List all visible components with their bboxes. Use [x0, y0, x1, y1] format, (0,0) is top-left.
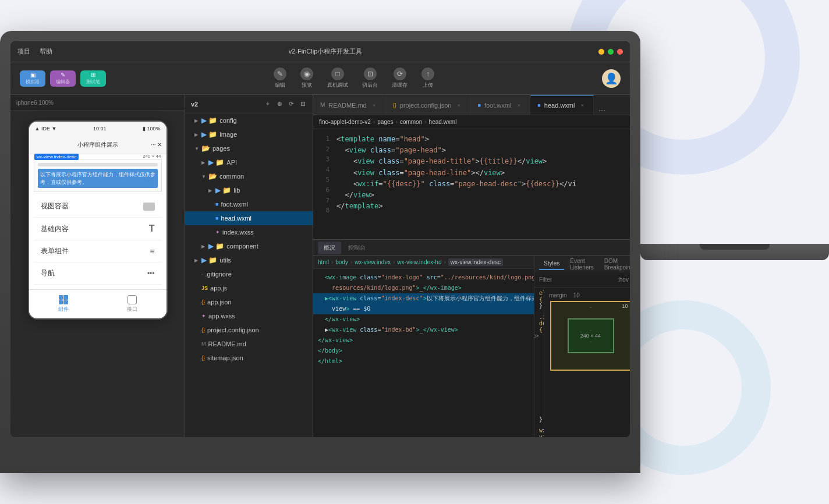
breadcrumb-file[interactable]: head.wxml [429, 119, 457, 125]
dom-bc-body[interactable]: body [335, 259, 348, 265]
phone-menu-basic[interactable]: 基础内容 T [34, 218, 162, 240]
new-folder-button[interactable]: ⊕ [275, 100, 284, 108]
tree-head-wxml[interactable]: ■ head.wxml [185, 211, 313, 225]
readme-tab-close[interactable]: × [370, 101, 378, 109]
tab-head-wxml[interactable]: ■ head.wxml × [530, 95, 594, 115]
tree-readme[interactable]: M README.md [185, 337, 313, 351]
foot-tab-icon: ■ [477, 102, 480, 108]
minimize-button[interactable] [598, 49, 604, 55]
laptop-shell: 项目 帮助 v2-FinClip小程序开发工具 ▣ 模拟器 [0, 31, 640, 473]
utils-folder-icon: ▶ 📁 [201, 256, 217, 264]
common-arrow [201, 174, 206, 179]
event-listeners-tab[interactable]: Event Listeners [565, 256, 598, 273]
dom-bc-sep-1: › [331, 259, 333, 265]
phone-menu-form[interactable]: 表单组件 ≡ [34, 240, 162, 262]
project-tab-close[interactable]: × [455, 101, 463, 109]
tree-app-wxss[interactable]: ✦ app.wxss [185, 309, 313, 323]
phone-menu-containers[interactable]: 视图容器 [34, 196, 162, 218]
tab-more-button[interactable]: ··· [594, 105, 610, 115]
simulator-button[interactable]: ▣ 模拟器 [20, 70, 45, 87]
code-line-7: </template> [336, 201, 630, 212]
dom-line-3[interactable]: ▶<wx-view class="index-desc">以下将展示小程序官方组… [313, 293, 534, 304]
action-background[interactable]: ⊡ 切后台 [362, 68, 378, 89]
tree-common[interactable]: 📂 common [185, 169, 313, 183]
tree-pages[interactable]: 📂 pages [185, 141, 313, 155]
tab-readme[interactable]: M README.md × [313, 95, 386, 115]
styles-filter-input[interactable] [539, 276, 613, 283]
breadcrumb-common[interactable]: common [400, 119, 422, 125]
dom-breakpoints-tab[interactable]: DOM Breakpoints [600, 256, 630, 273]
user-avatar[interactable]: 👤 [602, 69, 621, 88]
new-file-button[interactable]: + [264, 100, 272, 108]
phone-nav-dots: ··· ✕ [151, 141, 161, 148]
dom-bc-sep-3: › [393, 259, 395, 265]
phone-nav-components[interactable]: 组件 [58, 295, 69, 313]
editor-panel: M README.md × {} project.config.json × ■… [313, 95, 630, 437]
code-content[interactable]: <template name="head"> <view class="page… [334, 129, 630, 239]
dom-bc-html[interactable]: html [318, 259, 329, 265]
collapse-button[interactable]: ⊟ [299, 100, 307, 108]
dom-line-4[interactable]: view> == $0 [313, 304, 534, 314]
dom-bc-desc[interactable]: wx-view.index-desc [448, 258, 503, 266]
phone-battery: ▮ 100% [143, 126, 161, 132]
tree-project-config[interactable]: {} project.config.json [185, 323, 313, 337]
head-tab-close[interactable]: × [578, 101, 586, 109]
tab-project-config[interactable]: {} project.config.json × [386, 95, 471, 115]
menu-project[interactable]: 项目 [17, 47, 30, 56]
tree-utils[interactable]: ▶ 📁 utils [185, 253, 313, 267]
file-tree-header: v2 + ⊕ ⟳ ⊟ [185, 95, 313, 113]
devtool-tab-console[interactable]: 控制台 [342, 242, 371, 254]
config-arrow [194, 118, 199, 123]
tree-sitemap[interactable]: {} sitemap.json [185, 351, 313, 365]
foot-tab-label: foot.wxml [484, 102, 511, 109]
tree-lib[interactable]: ▶ 📁 lib [185, 183, 313, 197]
tree-image[interactable]: ▶ 📁 image [185, 127, 313, 141]
dom-line-1: <wx-image class="index-logo" src="../res… [313, 272, 534, 283]
code-editor[interactable]: 1 2 3 4 5 6 7 8 <template name="head"> <… [313, 129, 630, 239]
tree-component[interactable]: ▶ 📁 component [185, 239, 313, 253]
dom-tree[interactable]: <wx-image class="index-logo" src="../res… [313, 269, 534, 370]
action-device-debug[interactable]: □ 真机调试 [327, 68, 348, 89]
action-edit[interactable]: ✎ 编辑 [274, 68, 286, 89]
action-clear-cache[interactable]: ⟳ 清缓存 [392, 68, 408, 89]
test-button[interactable]: ⊞ 测试笔 [80, 70, 106, 87]
tree-index-wxss[interactable]: ✦ index.wxss [185, 225, 313, 239]
dom-bc-hd[interactable]: wx-view.index-hd [397, 259, 441, 265]
phone-nav-api[interactable]: 接口 [127, 295, 137, 313]
tree-gitignore[interactable]: · .gitignore [185, 267, 313, 281]
lib-folder-icon: ▶ 📁 [215, 186, 231, 194]
action-preview[interactable]: ◉ 预览 [300, 68, 313, 89]
tree-app-js[interactable]: JS app.js [185, 281, 313, 295]
upload-icon: ↑ [421, 68, 434, 80]
tree-api[interactable]: ▶ 📁 API [185, 155, 313, 169]
styles-tab[interactable]: Styles [539, 258, 564, 270]
foot-tab-close[interactable]: × [515, 101, 523, 109]
maximize-button[interactable] [608, 49, 614, 55]
dom-line-8: </body> [313, 346, 534, 356]
phone-network: ▲ IDE ▼ [35, 126, 57, 132]
editor-button[interactable]: ✎ 编辑器 [50, 70, 76, 87]
tab-foot-wxml[interactable]: ■ foot.wxml × [470, 95, 530, 115]
devtools-panel: 概况 控制台 html › body › w [313, 239, 630, 437]
hov-button[interactable]: :hov [618, 276, 629, 283]
breadcrumb-pages[interactable]: pages [377, 119, 393, 125]
phone-menu-nav[interactable]: 导航 ••• [34, 262, 162, 285]
devtool-tab-overview[interactable]: 概况 [318, 242, 341, 254]
menu-help[interactable]: 帮助 [40, 47, 52, 56]
breadcrumb-root[interactable]: fino-applet-demo-v2 [319, 119, 371, 125]
upload-label: 上传 [423, 81, 433, 89]
refresh-button[interactable]: ⟳ [287, 100, 295, 108]
tree-app-json[interactable]: {} app.json [185, 295, 313, 309]
tree-foot-wxml[interactable]: ■ foot.wxml [185, 197, 313, 211]
basic-icon: T [149, 223, 155, 234]
lib-label: lib [233, 187, 240, 194]
code-line-4: <view class="page-head-line"></view> [336, 168, 630, 179]
action-upload[interactable]: ↑ 上传 [421, 68, 434, 89]
style-font-size: font-size: 14px; [539, 397, 544, 416]
clear-cache-label: 清缓存 [392, 81, 408, 89]
tree-config[interactable]: ▶ 📁 config [185, 113, 313, 127]
project-tab-icon: {} [393, 102, 396, 108]
dom-bc-index[interactable]: wx-view.index [355, 259, 391, 265]
close-button[interactable] [617, 49, 623, 55]
phone-page-title: 小程序组件展示 [77, 141, 118, 149]
